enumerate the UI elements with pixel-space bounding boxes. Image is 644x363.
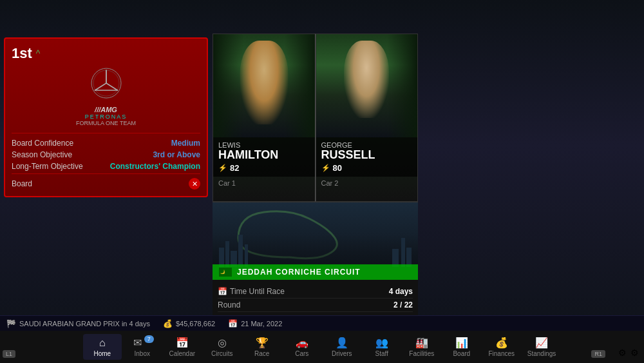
date-icon: 📅 [228, 319, 238, 328]
nav-label-home: Home [93, 350, 111, 357]
driver2-rating: 80 [333, 163, 342, 173]
circuit-section: 🌙 JEDDAH CORNICHE CIRCUIT 📅 Time Until R… [213, 202, 418, 331]
circuit-bg: 🌙 JEDDAH CORNICHE CIRCUIT [213, 202, 418, 280]
nav-badge-inbox: 7 [144, 335, 154, 343]
nav-item-race[interactable]: 🏆 Race [243, 334, 281, 360]
status-date: 📅 21 Mar, 2022 [228, 319, 282, 328]
nav-label-board: Board [453, 350, 470, 357]
nav-icon-circuits: ◎ [218, 337, 227, 349]
circuit-name: JEDDAH CORNICHE CIRCUIT [237, 268, 361, 277]
status-race: 🏁 SAUDI ARABIAN GRAND PRIX in 4 days [6, 319, 150, 328]
nav-label-facilities: Facilities [409, 350, 434, 357]
circuit-label-bar: 🌙 JEDDAH CORNICHE CIRCUIT [213, 264, 418, 280]
longterm-objective-row: Long-Term Objective Constructors' Champi… [12, 162, 200, 171]
city-silhouette [213, 235, 418, 267]
nav-icon-home: ⌂ [99, 337, 106, 349]
nav-icon-race: 🏆 [256, 337, 269, 349]
nav-icon-calendar: 📅 [176, 337, 189, 349]
extra-icon[interactable]: ⚙ [630, 348, 639, 358]
drivers-row: 1st Lewis HAMILTON ⚡ 8 [213, 34, 418, 202]
driver2-info: George RUSSELL ⚡ 80 [316, 137, 418, 177]
status-race-label: SAUDI ARABIAN GRAND PRIX in 4 days [19, 320, 150, 328]
nav-label-drivers: Drivers [332, 350, 352, 357]
driver2-rating-row: ⚡ 80 [321, 163, 413, 173]
team-stats: Board Confidence Medium Season Objective… [12, 133, 200, 171]
time-until-race-value: 4 days [389, 287, 413, 296]
money-icon: 💰 [163, 319, 173, 328]
petronas-text: PETRONAS [12, 113, 200, 120]
driver2-lastname: RUSSELL [321, 149, 413, 161]
formula-text: FORMULA ONE TEAM [12, 120, 200, 126]
nav-label-inbox: Inbox [135, 350, 150, 357]
r1-badge: R1 [591, 350, 605, 358]
season-objective-value: 3rd or Above [153, 150, 200, 159]
board-confidence-label: Board Confidence [12, 139, 73, 148]
longterm-objective-value: Constructors' Champion [110, 162, 200, 171]
close-button[interactable]: ✕ [189, 178, 200, 190]
driver1-lastname: HAMILTON [218, 149, 310, 161]
nav-label-finances: Finances [488, 350, 515, 357]
nav-label-standings: Standings [527, 350, 556, 357]
nav-item-facilities[interactable]: 🏭 Facilities [402, 334, 441, 360]
nav-label-race: Race [254, 350, 269, 357]
nav-label-cars: Cars [295, 350, 308, 357]
season-objective-label: Season Objective [12, 150, 72, 159]
driver1-rating: 82 [230, 163, 239, 173]
circuit-stats: 📅 Time Until Race 4 days Round 2 / 22 [213, 280, 418, 317]
nav-item-inbox[interactable]: ✉7 Inbox [123, 334, 162, 360]
nav-label-calendar: Calendar [169, 350, 195, 357]
driver-bg-2: 2nd George RUSSELL ⚡ 8 [316, 34, 418, 201]
settings-icon[interactable]: ⚙ [618, 348, 627, 358]
round-label: Round [218, 300, 240, 309]
flag-icon: 🏁 [6, 319, 16, 328]
driver1-info: Lewis HAMILTON ⚡ 82 [213, 137, 315, 177]
driver1-rating-row: ⚡ 82 [218, 163, 310, 173]
team-card: 1st ^ ///AMG PETRONAS FORMULA ONE TEA [4, 37, 208, 197]
nav-label-staff: Staff [375, 350, 388, 357]
nav-icon-staff: 👥 [375, 337, 388, 349]
driver-card-2[interactable]: 2nd George RUSSELL ⚡ 8 [316, 34, 419, 202]
nav-bar: L1 ⌂ Home ✉7 Inbox 📅 Calendar ◎ Circuits… [0, 331, 644, 363]
nav-icon-finances: 💰 [495, 337, 508, 349]
driver1-rating-icon: ⚡ [218, 164, 227, 172]
team-position: 1st [12, 45, 32, 62]
status-money-label: $45,678,662 [176, 320, 215, 328]
position-arrow: ^ [36, 48, 41, 59]
driver2-rating-icon: ⚡ [321, 164, 330, 172]
nav-item-standings[interactable]: 📈 Standings [522, 334, 561, 360]
board-confidence-value: Medium [171, 139, 200, 148]
board-confidence-row: Board Confidence Medium [12, 139, 200, 148]
nav-items: ⌂ Home ✉7 Inbox 📅 Calendar ◎ Circuits 🏆 … [83, 334, 561, 360]
l1-badge: L1 [3, 350, 15, 358]
nav-item-cars[interactable]: 🚗 Cars [283, 334, 321, 360]
nav-item-finances[interactable]: 💰 Finances [482, 334, 521, 360]
nav-item-circuits[interactable]: ◎ Circuits [203, 334, 242, 360]
board-label: Board [12, 179, 32, 188]
round-value: 2 / 22 [393, 300, 413, 309]
driver-card-1[interactable]: 1st Lewis HAMILTON ⚡ 8 [213, 34, 316, 202]
nav-label-circuits: Circuits [211, 350, 232, 357]
nav-item-calendar[interactable]: 📅 Calendar [163, 334, 202, 360]
nav-icon-board: 📊 [455, 337, 468, 349]
nav-icon-facilities: 🏭 [415, 337, 428, 349]
driver-bg-1: 1st Lewis HAMILTON ⚡ 8 [213, 34, 315, 201]
status-bar: 🏁 SAUDI ARABIAN GRAND PRIX in 4 days 💰 $… [0, 315, 644, 331]
time-until-race-label: 📅 Time Until Race [218, 287, 285, 296]
longterm-objective-label: Long-Term Objective [12, 162, 83, 171]
position-badge: 1st ^ [12, 45, 200, 62]
driver2-image [316, 34, 418, 137]
amg-text: ///AMG [12, 106, 200, 113]
season-objective-row: Season Objective 3rd or Above [12, 150, 200, 159]
status-date-label: 21 Mar, 2022 [241, 320, 282, 328]
nav-item-staff[interactable]: 👥 Staff [363, 334, 401, 360]
nav-item-drivers[interactable]: 👤 Drivers [323, 334, 361, 360]
middle-panel: 1st Lewis HAMILTON ⚡ 8 [213, 34, 419, 331]
board-section: Board ✕ [12, 173, 200, 190]
calendar-icon: 📅 [218, 287, 227, 296]
nav-item-home[interactable]: ⌂ Home [83, 334, 122, 360]
time-until-race-row: 📅 Time Until Race 4 days [218, 285, 413, 299]
mercedes-logo [90, 67, 122, 99]
driver2-car-label: Car 2 [316, 177, 418, 190]
nav-item-board[interactable]: 📊 Board [442, 334, 481, 360]
status-money: 💰 $45,678,662 [163, 319, 215, 328]
